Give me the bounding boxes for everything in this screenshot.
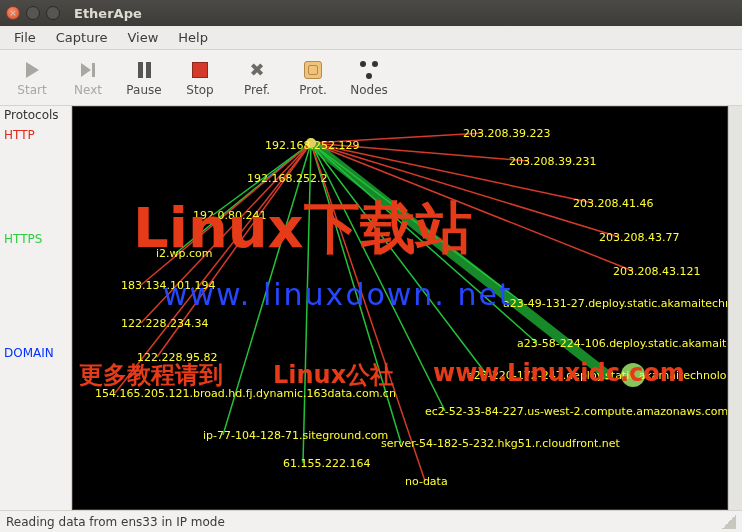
svg-line-15 [115,143,311,393]
window-maximize-button[interactable] [46,6,60,20]
svg-line-19 [303,143,311,463]
svg-line-17 [223,143,311,435]
next-icon [77,59,99,81]
svg-line-8 [141,143,311,285]
menu-capture[interactable]: Capture [46,27,118,48]
status-text: Reading data from ens33 in IP mode [6,515,225,529]
protocol-https[interactable]: HTTPS [4,230,67,248]
svg-line-0 [311,133,483,143]
protocols-header: Protocols [4,108,67,122]
svg-line-16 [311,143,445,411]
toolbar-pause[interactable]: Pause [116,53,172,103]
toolbar-prot[interactable]: Prot. [285,53,341,103]
menu-help[interactable]: Help [168,27,218,48]
pause-icon [133,59,155,81]
svg-line-18 [311,143,401,443]
window-minimize-button[interactable] [26,6,40,20]
svg-line-13 [311,143,607,375]
toolbar: Start Next Pause Stop ✖ Pref. Prot. Node… [0,50,742,106]
vertical-scrollbar[interactable] [728,106,742,510]
toolbar-start[interactable]: Start [4,53,60,103]
stop-icon [189,59,211,81]
network-canvas[interactable]: 192.168.252.129203.208.39.223203.208.39.… [72,106,728,510]
window-close-button[interactable]: × [6,6,20,20]
toolbar-stop[interactable]: Stop [172,53,228,103]
svg-line-1 [311,143,529,161]
svg-line-5 [311,143,619,237]
svg-point-21 [306,138,316,148]
menubar: File Capture View Help [0,26,742,50]
toolbar-nodes[interactable]: Nodes [341,53,397,103]
menu-view[interactable]: View [117,27,168,48]
network-graph-svg [73,107,727,509]
tools-icon: ✖ [246,59,268,81]
window-titlebar: × EtherApe [0,0,742,26]
status-bar: Reading data from ens33 in IP mode [0,510,742,532]
toolbar-next[interactable]: Next [60,53,116,103]
protocols-icon [302,59,324,81]
protocol-domain[interactable]: DOMAIN [4,344,67,362]
window-title: EtherApe [74,6,142,21]
resize-grip[interactable] [722,515,736,529]
svg-point-22 [621,363,645,387]
toolbar-pref[interactable]: ✖ Pref. [229,53,285,103]
main-area: Protocols HTTP HTTPS DOMAIN 192.168.252.… [0,106,742,510]
play-icon [21,59,43,81]
svg-line-10 [141,143,311,323]
protocol-http[interactable]: HTTP [4,126,67,144]
scrollbar-track [729,106,742,510]
svg-line-4 [213,143,311,215]
protocols-sidebar: Protocols HTTP HTTPS DOMAIN [0,106,72,510]
menu-file[interactable]: File [4,27,46,48]
nodes-icon [358,59,380,81]
